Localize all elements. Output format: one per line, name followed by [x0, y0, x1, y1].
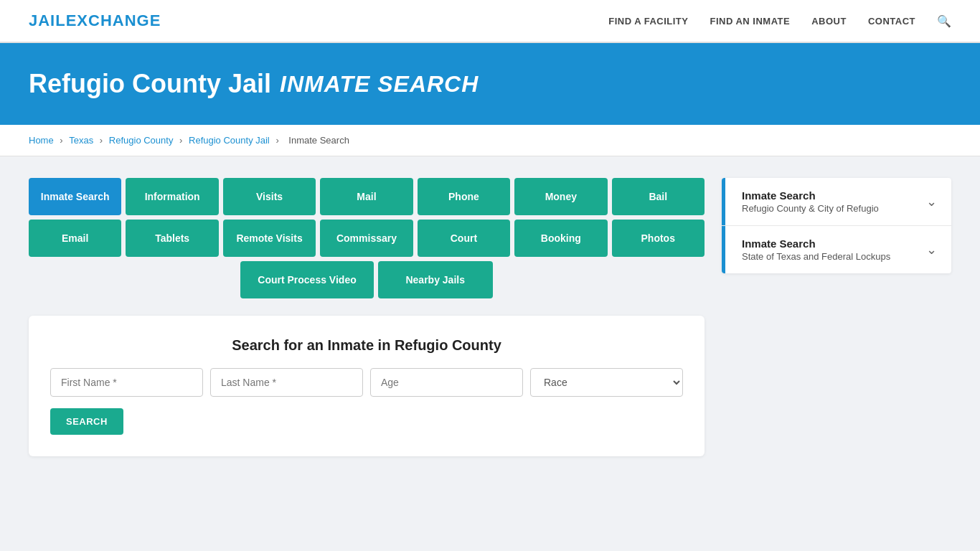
tab-phone[interactable]: Phone [418, 178, 510, 215]
tab-email[interactable]: Email [29, 220, 121, 257]
tab-tablets[interactable]: Tablets [126, 220, 218, 257]
chevron-down-icon-2: ⌄ [926, 242, 937, 258]
tab-commissary[interactable]: Commissary [320, 220, 413, 257]
breadcrumb-current: Inmate Search [288, 135, 349, 146]
tabs-row-1: Inmate Search Information Visits Mail Ph… [29, 178, 705, 215]
chevron-down-icon-1: ⌄ [926, 194, 937, 209]
logo-jail: JAIL [29, 11, 66, 29]
sidebar-text-group-1: Inmate Search Refugio County & City of R… [736, 189, 879, 214]
hero-banner: Refugio County Jail INMATE SEARCH [0, 43, 980, 125]
form-row-names: Race White Black Hispanic Asian Other [50, 368, 683, 397]
breadcrumb-home[interactable]: Home [29, 135, 54, 146]
tab-inmate-search[interactable]: Inmate Search [29, 178, 121, 215]
page-title: Refugio County Jail INMATE SEARCH [29, 69, 951, 99]
first-name-input[interactable] [50, 368, 203, 397]
age-input[interactable] [370, 368, 523, 397]
sidebar-item-1-subtitle: Refugio County & City of Refugio [742, 203, 879, 214]
nav-find-inmate[interactable]: FIND AN INMATE [710, 16, 790, 27]
nav-about[interactable]: ABOUT [811, 16, 847, 27]
breadcrumb-refugio-county[interactable]: Refugio County [109, 135, 174, 146]
page-title-main: Refugio County Jail [29, 69, 271, 99]
breadcrumb-sep-2: › [100, 135, 105, 146]
sidebar-item-1-title: Inmate Search [742, 189, 879, 202]
tab-court-process-video[interactable]: Court Process Video [240, 261, 373, 298]
tab-mail[interactable]: Mail [320, 178, 413, 215]
tab-money[interactable]: Money [514, 178, 607, 215]
tabs-row-3: Court Process Video Nearby Jails [29, 261, 705, 298]
main-content: Inmate Search Information Visits Mail Ph… [0, 156, 980, 478]
logo-exchange: EXCHANGE [66, 11, 161, 29]
sidebar-accent-bar-1 [722, 178, 725, 225]
sidebar-text-group-2: Inmate Search State of Texas and Federal… [736, 237, 890, 262]
logo[interactable]: JAILEXCHANGE [29, 11, 161, 30]
tab-visits[interactable]: Visits [223, 178, 316, 215]
tab-photos[interactable]: Photos [612, 220, 705, 257]
tab-nearby-jails[interactable]: Nearby Jails [378, 261, 493, 298]
header: JAILEXCHANGE FIND A FACILITY FIND AN INM… [0, 0, 980, 43]
last-name-input[interactable] [210, 368, 363, 397]
left-content: Inmate Search Information Visits Mail Ph… [29, 178, 705, 456]
sidebar-item-2-title: Inmate Search [742, 237, 890, 250]
tabs-row-2: Email Tablets Remote Visits Commissary C… [29, 220, 705, 257]
breadcrumb-sep-4: › [275, 135, 281, 146]
nav-contact[interactable]: CONTACT [868, 16, 915, 27]
right-sidebar: Inmate Search Refugio County & City of R… [722, 178, 951, 273]
breadcrumb-sep-3: › [179, 135, 185, 146]
tabs-container: Inmate Search Information Visits Mail Ph… [29, 178, 705, 298]
tab-bail[interactable]: Bail [612, 178, 705, 215]
breadcrumb-sep-1: › [60, 135, 65, 146]
sidebar-item-1[interactable]: Inmate Search Refugio County & City of R… [722, 178, 951, 226]
tab-remote-visits[interactable]: Remote Visits [223, 220, 316, 257]
page-title-italic: INMATE SEARCH [280, 71, 479, 98]
tab-court[interactable]: Court [418, 220, 510, 257]
sidebar-card: Inmate Search Refugio County & City of R… [722, 178, 951, 273]
tab-information[interactable]: Information [126, 178, 218, 215]
tab-booking[interactable]: Booking [514, 220, 607, 257]
breadcrumb: Home › Texas › Refugio County › Refugio … [0, 125, 980, 156]
search-button[interactable]: SEARCH [50, 408, 123, 435]
main-nav: FIND A FACILITY FIND AN INMATE ABOUT CON… [608, 14, 951, 28]
breadcrumb-refugio-jail[interactable]: Refugio County Jail [189, 135, 270, 146]
nav-find-facility[interactable]: FIND A FACILITY [608, 16, 688, 27]
race-select[interactable]: Race White Black Hispanic Asian Other [530, 368, 683, 397]
sidebar-item-2[interactable]: Inmate Search State of Texas and Federal… [722, 226, 951, 273]
sidebar-item-2-subtitle: State of Texas and Federal Lockups [742, 251, 890, 262]
breadcrumb-texas[interactable]: Texas [69, 135, 93, 146]
search-box: Search for an Inmate in Refugio County R… [29, 316, 705, 456]
search-icon[interactable]: 🔍 [937, 14, 951, 28]
search-title: Search for an Inmate in Refugio County [50, 337, 683, 354]
sidebar-accent-bar-2 [722, 226, 725, 273]
